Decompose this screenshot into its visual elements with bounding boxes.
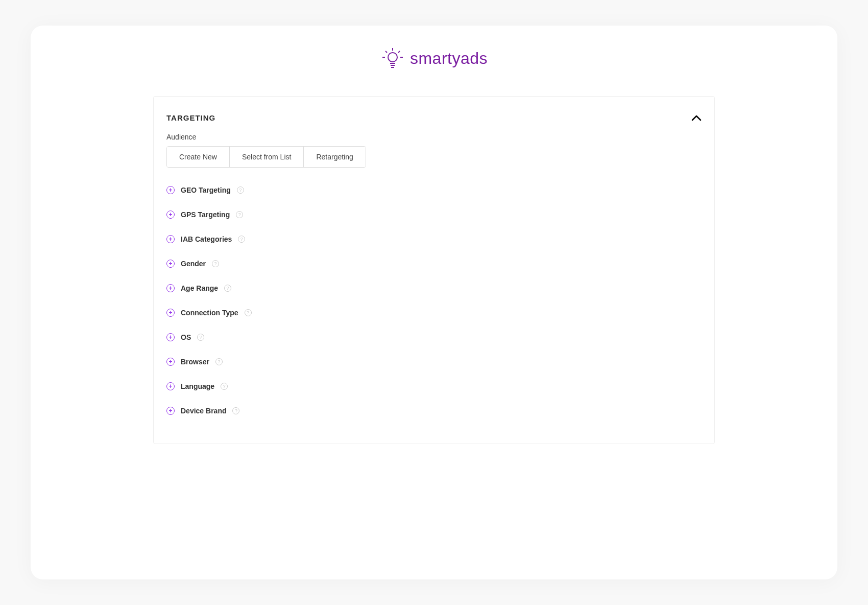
plus-circle-icon[interactable] (166, 333, 175, 341)
help-icon[interactable] (215, 358, 223, 365)
logo-container: smartyads (31, 46, 837, 71)
targeting-panel: TARGETING Audience Create New Select fro… (153, 96, 715, 444)
collapse-chevron-icon[interactable] (691, 112, 702, 124)
brand-name: smartyads (410, 49, 488, 68)
help-icon[interactable] (245, 309, 252, 316)
svg-point-0 (388, 53, 397, 62)
targeting-item-os: OS (166, 325, 702, 350)
targeting-item-label: IAB Categories (181, 235, 232, 243)
plus-circle-icon[interactable] (166, 211, 175, 219)
targeting-item-browser: Browser (166, 350, 702, 374)
main-card: smartyads TARGETING Audience Create New … (31, 26, 837, 579)
targeting-item-label: Age Range (181, 284, 218, 292)
targeting-item-iab: IAB Categories (166, 227, 702, 251)
targeting-item-language: Language (166, 374, 702, 399)
targeting-item-connection: Connection Type (166, 300, 702, 325)
targeting-item-age: Age Range (166, 276, 702, 300)
help-icon[interactable] (236, 211, 243, 218)
targeting-item-label: GEO Targeting (181, 186, 231, 194)
targeting-item-label: Browser (181, 358, 209, 366)
panel-title: TARGETING (166, 113, 215, 122)
targeting-item-label: OS (181, 333, 191, 341)
plus-circle-icon[interactable] (166, 358, 175, 366)
logo: smartyads (380, 46, 488, 71)
plus-circle-icon[interactable] (166, 186, 175, 194)
help-icon[interactable] (221, 383, 228, 390)
targeting-item-geo: GEO Targeting (166, 178, 702, 202)
help-icon[interactable] (197, 334, 204, 341)
help-icon[interactable] (237, 187, 244, 194)
audience-label: Audience (166, 133, 702, 141)
help-icon[interactable] (212, 260, 219, 267)
select-from-list-button[interactable]: Select from List (230, 147, 304, 167)
targeting-item-device-brand: Device Brand (166, 399, 702, 423)
help-icon[interactable] (238, 236, 245, 243)
create-new-button[interactable]: Create New (167, 147, 230, 167)
targeting-item-label: Device Brand (181, 407, 226, 415)
panel-header: TARGETING (166, 112, 702, 124)
plus-circle-icon[interactable] (166, 260, 175, 268)
help-icon[interactable] (232, 407, 239, 414)
plus-circle-icon[interactable] (166, 309, 175, 317)
help-icon[interactable] (224, 285, 231, 292)
plus-circle-icon[interactable] (166, 284, 175, 292)
plus-circle-icon[interactable] (166, 235, 175, 243)
targeting-item-label: Connection Type (181, 309, 238, 317)
lightbulb-icon (380, 46, 405, 71)
svg-line-3 (398, 51, 400, 53)
audience-button-group: Create New Select from List Retargeting (166, 146, 366, 168)
svg-line-2 (385, 51, 387, 53)
plus-circle-icon[interactable] (166, 382, 175, 390)
targeting-item-label: GPS Targeting (181, 211, 230, 219)
retargeting-button[interactable]: Retargeting (304, 147, 365, 167)
targeting-item-label: Language (181, 382, 214, 390)
targeting-item-label: Gender (181, 260, 206, 268)
targeting-item-gender: Gender (166, 251, 702, 276)
plus-circle-icon[interactable] (166, 407, 175, 415)
targeting-item-gps: GPS Targeting (166, 202, 702, 227)
